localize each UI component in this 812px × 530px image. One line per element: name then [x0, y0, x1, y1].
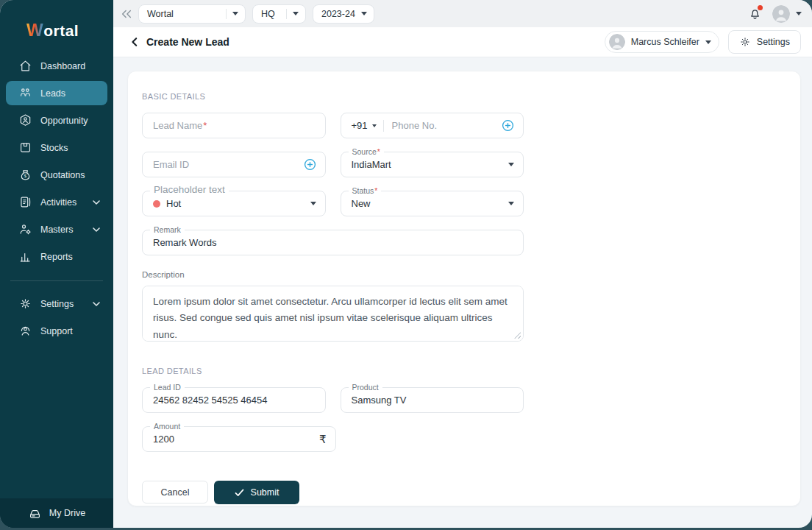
chevron-down-icon — [361, 12, 367, 15]
page-header: Create New Lead Marcus Schleifer Setting… — [113, 27, 812, 57]
gear-icon — [739, 36, 751, 48]
chevron-down-icon — [705, 40, 711, 44]
description-label: Description — [142, 270, 524, 279]
basic-details-section-title: BASIC DETAILS — [142, 92, 786, 101]
rupee-icon: ₹ — [319, 433, 327, 446]
quotations-icon: $ — [18, 168, 32, 183]
opportunity-icon — [18, 113, 32, 128]
wortal-logo: Wortal — [26, 20, 113, 40]
amount-input[interactable]: Amount 1200 ₹ — [142, 426, 336, 452]
masters-icon — [18, 222, 32, 237]
chevron-down-icon[interactable] — [93, 200, 100, 205]
my-drive-button[interactable]: My Drive — [0, 498, 113, 528]
user-name: Marcus Schleifer — [631, 37, 699, 47]
topbar: Wortal HQ 2023-24 — [113, 0, 812, 27]
remark-input[interactable]: Remark Remark Words — [142, 230, 524, 255]
avatar — [609, 34, 625, 50]
sidebar-item-quotations[interactable]: $ Quotations — [0, 161, 113, 188]
drive-icon — [28, 506, 42, 520]
chevron-down-icon — [310, 202, 316, 205]
branch-select[interactable]: HQ — [252, 4, 306, 24]
back-icon[interactable] — [129, 37, 140, 47]
reports-icon — [18, 250, 32, 264]
logo-letter: W — [26, 20, 43, 40]
phone-input[interactable]: +91 Phone No. — [341, 113, 524, 138]
sidebar-item-masters[interactable]: Masters — [0, 216, 113, 243]
activities-icon — [18, 195, 32, 210]
chevron-down-icon[interactable] — [93, 227, 100, 232]
chevron-down-icon — [293, 12, 299, 15]
assignee-select[interactable]: Marcus Schleifer — [605, 31, 719, 53]
sidebar-item-settings[interactable]: Settings — [0, 290, 113, 317]
notification-dot — [758, 5, 763, 10]
notifications-bell-icon[interactable] — [748, 7, 762, 21]
sidebar-item-leads[interactable]: Leads — [6, 81, 107, 105]
sidebar-divider — [10, 280, 103, 281]
content-area: BASIC DETAILS Lead Name* +91 Phone No. — [113, 57, 812, 528]
sidebar: Wortal Dashboard Leads Opportunity Stock… — [0, 0, 113, 528]
chevron-down-icon — [508, 163, 514, 166]
sidebar-item-opportunity[interactable]: Opportunity — [0, 107, 113, 134]
year-select[interactable]: 2023-24 — [313, 4, 374, 24]
app-window: Wortal Dashboard Leads Opportunity Stock… — [0, 0, 812, 528]
country-code-select[interactable]: +91 — [352, 120, 368, 131]
sidebar-item-dashboard[interactable]: Dashboard — [0, 52, 113, 80]
chevron-down-icon — [508, 202, 514, 205]
lead-id-input[interactable]: Lead ID 24562 82452 54525 46454 — [142, 387, 326, 413]
lead-name-input[interactable]: Lead Name* — [142, 113, 326, 138]
chevron-down-icon — [796, 12, 802, 15]
user-menu[interactable] — [772, 5, 802, 23]
cancel-button[interactable]: Cancel — [142, 481, 208, 504]
stocks-icon — [18, 141, 32, 155]
email-input[interactable]: Email ID — [142, 152, 326, 177]
sidebar-item-activities[interactable]: Activities — [0, 188, 113, 216]
collapse-sidebar-icon[interactable] — [121, 9, 132, 19]
support-icon — [18, 324, 32, 339]
sidebar-item-stocks[interactable]: Stocks — [0, 134, 113, 161]
lead-details-section-title: LEAD DETAILS — [142, 367, 524, 375]
svg-text:$: $ — [24, 174, 26, 178]
description-textarea[interactable]: Lorem ipsum dolor sit amet consectetur. … — [142, 286, 524, 342]
status-select[interactable]: Status* New — [341, 191, 524, 216]
sidebar-nav: Dashboard Leads Opportunity Stocks $ Quo… — [0, 52, 113, 344]
lead-form-card: BASIC DETAILS Lead Name* +91 Phone No. — [127, 71, 801, 506]
leads-icon — [18, 86, 32, 101]
org-select[interactable]: Wortal — [138, 4, 246, 24]
product-input[interactable]: Product Samsung TV — [341, 387, 524, 413]
sidebar-item-support[interactable]: Support — [0, 317, 113, 344]
settings-button[interactable]: Settings — [728, 30, 801, 54]
add-email-icon[interactable] — [304, 158, 316, 171]
rating-select[interactable]: Placeholder text Hot — [142, 191, 326, 216]
submit-button[interactable]: Submit — [214, 481, 299, 504]
gear-icon — [18, 297, 32, 311]
main-area: Wortal HQ 2023-24 — [113, 0, 812, 528]
avatar — [772, 5, 790, 23]
chevron-down-icon[interactable] — [93, 302, 100, 306]
check-icon — [235, 489, 244, 497]
chevron-down-icon — [232, 12, 238, 15]
source-select[interactable]: Source* IndiaMart — [341, 152, 524, 177]
sidebar-item-reports[interactable]: Reports — [0, 243, 113, 270]
page-title: Create New Lead — [146, 36, 229, 48]
chevron-down-icon — [372, 124, 377, 127]
hot-status-dot — [153, 200, 160, 208]
home-icon — [18, 59, 32, 74]
add-phone-icon[interactable] — [502, 119, 514, 132]
